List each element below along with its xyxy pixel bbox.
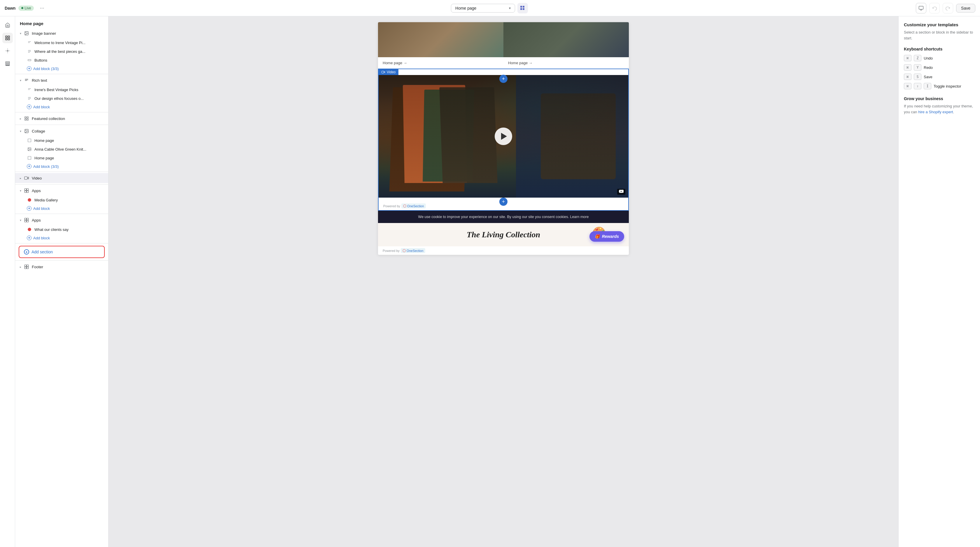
preview-label-right: Home page →: [503, 57, 629, 69]
svg-rect-50: [24, 220, 26, 222]
hire-shopify-expert-link[interactable]: hire a Shopify expert: [918, 110, 953, 114]
media-icon: [27, 197, 32, 203]
grid-icon: [24, 116, 29, 121]
svg-rect-42: [24, 177, 27, 179]
canvas-frame: Home page → Home page → Video: [378, 22, 629, 255]
block-item-anna-cable[interactable]: Anna Cable Olive Green Knit...: [15, 145, 108, 153]
block-label: Welcome to Irene Vintage Pi...: [34, 41, 86, 45]
block-label: What our clients say: [34, 227, 68, 232]
section-item-featured-collection[interactable]: ▸ Featured collection: [15, 113, 108, 123]
block-item-irene-picks[interactable]: Irene's Best Vintage Picks: [15, 85, 108, 94]
top-bar-center: Home page ▾: [67, 3, 912, 13]
svg-rect-58: [382, 71, 384, 73]
rewards-button[interactable]: 🎁 Rewards: [589, 231, 624, 242]
save-button[interactable]: Save: [956, 4, 975, 13]
text-list-icon: [27, 49, 32, 54]
section-label-image-banner: Image banner: [32, 31, 56, 36]
preview-image-left: [378, 22, 503, 57]
block-label: Home page: [34, 156, 54, 160]
svg-rect-34: [27, 119, 28, 120]
nav-home-icon[interactable]: [2, 20, 13, 30]
redo-button[interactable]: [943, 3, 953, 13]
section-label-apps-2: Apps: [32, 218, 41, 222]
desktop-preview-button[interactable]: [916, 3, 926, 13]
collection-preview: The Living Collection 🎨 🎁 Rewards: [378, 223, 629, 246]
desktop-icon: [918, 6, 924, 11]
add-block-apps-1[interactable]: + Add block: [15, 204, 108, 212]
s-key: S: [914, 73, 921, 80]
preview-link-left: Home page →: [383, 61, 407, 65]
svg-point-11: [7, 50, 8, 52]
svg-rect-56: [27, 267, 29, 269]
chevron-down-icon: ▾: [20, 79, 21, 82]
add-section-label: Add section: [32, 250, 53, 254]
svg-rect-53: [24, 265, 26, 266]
add-block-rich-text[interactable]: + Add block: [15, 103, 108, 111]
section-item-image-banner[interactable]: ▾ Image banner: [15, 28, 108, 38]
page-selector-label: Home page: [455, 6, 476, 11]
right-panel-subtitle: Select a section or block in the sidebar…: [904, 29, 975, 41]
grid-view-button[interactable]: [517, 3, 528, 13]
plus-icon: +: [27, 236, 32, 240]
grow-title: Grow your business: [904, 96, 975, 101]
block-item-homepage-1[interactable]: Home page: [15, 136, 108, 145]
add-block-apps-2[interactable]: + Add block: [15, 234, 108, 242]
section-item-apps-1[interactable]: ▾ Apps: [15, 186, 108, 196]
add-section-above-button[interactable]: +: [500, 75, 508, 83]
cmd-key-redo: ⌘: [904, 64, 912, 71]
add-section-button[interactable]: + Add section: [19, 246, 105, 258]
right-panel-title: Customize your templates: [904, 22, 975, 27]
top-bar-right: Save: [916, 3, 975, 13]
text-icon: [24, 77, 29, 83]
block-item-clients-say[interactable]: What our clients say: [15, 225, 108, 234]
collection-title: The Living Collection: [467, 230, 540, 239]
nav-sections-icon[interactable]: [2, 33, 13, 43]
more-options-button[interactable]: ···: [37, 3, 47, 13]
block-item-design[interactable]: Where all the best pieces ga...: [15, 47, 108, 56]
svg-rect-49: [27, 218, 29, 220]
play-triangle-icon: [501, 133, 507, 140]
block-label: Anna Cable Olive Green Knit...: [34, 147, 86, 152]
page-selector[interactable]: Home page ▾: [451, 4, 515, 13]
preview-top-cards: Home page → Home page →: [378, 22, 629, 69]
section-item-rich-text[interactable]: ▾ Rich text: [15, 75, 108, 85]
cookie-bar-text: We use cookie to improve your experience…: [418, 215, 589, 219]
svg-point-47: [28, 198, 31, 202]
add-block-collage[interactable]: + Add block (3/3): [15, 162, 108, 171]
cmd-key-save: ⌘: [904, 73, 912, 80]
nav-blocks-icon[interactable]: [2, 58, 13, 69]
block-item-welcome[interactable]: Welcome to Irene Vintage Pi...: [15, 38, 108, 47]
undo-button[interactable]: [929, 3, 940, 13]
svg-rect-7: [6, 36, 7, 37]
block-item-media-gallery[interactable]: Media Gallery: [15, 196, 108, 204]
section-item-collage[interactable]: ▾ Collage: [15, 126, 108, 136]
block-item-design-ethos[interactable]: Our design ethos focuses o...: [15, 94, 108, 103]
section-item-video[interactable]: ▸ Video: [15, 173, 108, 183]
nav-apps-icon[interactable]: [2, 46, 13, 56]
block-label: Media Gallery: [34, 198, 58, 202]
smile-icon: [27, 227, 32, 232]
svg-marker-57: [384, 72, 385, 73]
chevron-right-icon: ▸: [20, 117, 21, 120]
preview-label-left: Home page →: [378, 57, 503, 69]
main-layout: Home page ▾ Image banner Welcome to Iren…: [0, 16, 980, 547]
svg-point-52: [28, 228, 31, 231]
section-item-apps-2[interactable]: ▾ Apps: [15, 215, 108, 225]
top-bar: Dawn Live ··· Home page ▾: [0, 0, 980, 16]
block-item-homepage-2[interactable]: Home page: [15, 153, 108, 162]
svg-rect-44: [27, 188, 29, 190]
video-icon: [24, 175, 29, 181]
svg-rect-2: [520, 8, 522, 10]
shortcut-undo: ⌘ Z Undo: [904, 55, 975, 61]
play-button[interactable]: [495, 128, 512, 145]
add-section-below-button[interactable]: +: [500, 198, 508, 206]
block-label: Buttons: [34, 58, 47, 62]
add-block-image-banner[interactable]: + Add block (3/3): [15, 64, 108, 73]
block-item-buttons[interactable]: Buttons: [15, 56, 108, 64]
plus-circle-icon: +: [24, 249, 29, 255]
plus-icon: +: [27, 66, 32, 71]
section-item-footer[interactable]: ▸ Footer: [15, 262, 108, 272]
footer-icon: [24, 264, 29, 270]
block-label: Home page: [34, 138, 54, 143]
shortcuts-title: Keyboard shortcuts: [904, 47, 975, 51]
